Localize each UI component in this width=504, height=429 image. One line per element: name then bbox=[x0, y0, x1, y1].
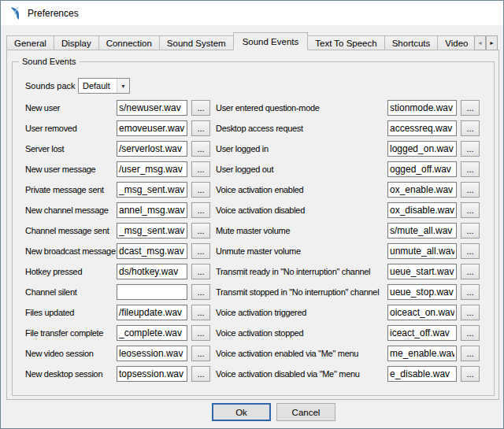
browse-button-voice-activation-triggered[interactable]: ... bbox=[461, 305, 480, 320]
tab-text-to-speech[interactable]: Text To Speech bbox=[307, 35, 384, 50]
browse-button-voice-activation-disabled[interactable]: ... bbox=[461, 202, 480, 218]
browse-button-channel-message-sent[interactable]: ... bbox=[191, 223, 210, 239]
sound-file-input-user-removed[interactable] bbox=[117, 120, 187, 136]
sound-event-row: Transmit stopped in "No interruption" ch… bbox=[216, 282, 484, 302]
titlebar: Preferences bbox=[1, 1, 503, 25]
sounds-pack-value: Default bbox=[83, 81, 110, 91]
sound-file-input-new-user-message[interactable] bbox=[117, 161, 187, 177]
browse-button-user-entered-question-mode[interactable]: ... bbox=[461, 100, 480, 116]
tab-sound-events[interactable]: Sound Events bbox=[233, 32, 309, 50]
sound-file-input-voice-activation-stopped[interactable] bbox=[387, 325, 457, 341]
sound-file-input-new-channel-message[interactable] bbox=[117, 202, 187, 218]
browse-button-user-logged-out[interactable]: ... bbox=[461, 161, 480, 177]
sound-file-input-new-broadcast-message[interactable] bbox=[117, 243, 187, 259]
sounds-pack-label: Sounds pack bbox=[25, 81, 76, 91]
sound-file-input-transmit-ready-in-no-interruption-channel[interactable] bbox=[387, 264, 457, 279]
tab-scroll-buttons: ◄ ► bbox=[474, 35, 498, 50]
browse-button-user-removed[interactable]: ... bbox=[191, 120, 210, 136]
sound-event-label-channel-message-sent: Channel message sent bbox=[25, 226, 117, 235]
sound-file-input-unmute-master-volume[interactable] bbox=[387, 243, 457, 259]
tab-video[interactable]: Video bbox=[437, 35, 474, 50]
browse-button-channel-silent[interactable]: ... bbox=[191, 284, 210, 300]
sound-file-input-voice-activation-disabled[interactable] bbox=[387, 202, 457, 218]
browse-button-new-channel-message[interactable]: ... bbox=[191, 202, 210, 218]
browse-button-files-updated[interactable]: ... bbox=[191, 305, 210, 320]
sound-event-row: File transfer complete... bbox=[25, 323, 210, 343]
sound-event-label-files-updated: Files updated bbox=[25, 308, 117, 317]
browse-button-unmute-master-volume[interactable]: ... bbox=[461, 243, 480, 259]
sound-file-input-voice-activation-triggered[interactable] bbox=[387, 305, 457, 320]
browse-button-desktop-access-request[interactable]: ... bbox=[461, 120, 480, 136]
sound-event-row: User logged out... bbox=[216, 159, 484, 179]
sound-event-row: Channel silent... bbox=[25, 282, 210, 302]
sound-event-label-voice-activation-triggered: Voice activation triggered bbox=[216, 308, 387, 317]
sound-file-input-new-desktop-session[interactable] bbox=[117, 366, 187, 382]
ok-button[interactable]: Ok bbox=[212, 403, 271, 421]
sound-file-input-mute-master-volume[interactable] bbox=[387, 223, 457, 239]
browse-button-voice-activation-enabled[interactable]: ... bbox=[461, 182, 480, 198]
browse-button-file-transfer-complete[interactable]: ... bbox=[191, 325, 210, 341]
browse-button-transmit-stopped-in-no-interruption-channel[interactable]: ... bbox=[461, 284, 480, 300]
sound-event-label-hotkey-pressed: Hotkey pressed bbox=[25, 267, 117, 276]
browse-button-voice-activation-stopped[interactable]: ... bbox=[461, 325, 480, 341]
sound-file-input-channel-message-sent[interactable] bbox=[117, 223, 187, 239]
preferences-window: Preferences GeneralDisplayConnectionSoun… bbox=[0, 0, 504, 429]
triangle-left-icon: ◄ bbox=[477, 40, 483, 46]
browse-button-server-lost[interactable]: ... bbox=[191, 141, 210, 157]
tab-display[interactable]: Display bbox=[54, 35, 99, 50]
tab-general[interactable]: General bbox=[6, 35, 54, 50]
sound-file-input-file-transfer-complete[interactable] bbox=[117, 325, 187, 341]
tab-scroll-left-button[interactable]: ◄ bbox=[474, 35, 486, 50]
teamtalk-logo-icon bbox=[8, 6, 22, 20]
browse-button-new-video-session[interactable]: ... bbox=[191, 346, 210, 361]
sound-file-input-transmit-stopped-in-no-interruption-channel[interactable] bbox=[387, 284, 457, 300]
browse-button-new-broadcast-message[interactable]: ... bbox=[191, 243, 210, 259]
tab-connection[interactable]: Connection bbox=[98, 35, 160, 50]
events-column-right: User entered question-mode...Desktop acc… bbox=[216, 98, 484, 384]
tab-shortcuts[interactable]: Shortcuts bbox=[384, 35, 439, 50]
sound-event-row: New video session... bbox=[25, 343, 210, 364]
groupbox-title: Sound Events bbox=[19, 57, 80, 66]
sound-file-input-new-user[interactable] bbox=[117, 100, 187, 116]
sound-file-input-voice-activation-enabled-via-me-menu[interactable] bbox=[387, 346, 457, 361]
sound-event-row: Voice activation disabled... bbox=[216, 200, 484, 220]
sound-file-input-voice-activation-enabled[interactable] bbox=[387, 182, 457, 198]
sound-file-input-user-logged-out[interactable] bbox=[387, 161, 457, 177]
sound-event-label-voice-activation-enabled: Voice activation enabled bbox=[216, 185, 387, 194]
sound-event-row: New broadcast message... bbox=[25, 241, 210, 261]
sound-event-row: Desktop access request... bbox=[216, 118, 484, 139]
sound-file-input-user-logged-in[interactable] bbox=[387, 141, 457, 157]
browse-button-user-logged-in[interactable]: ... bbox=[461, 141, 480, 157]
sound-event-label-unmute-master-volume: Unmute master volume bbox=[216, 246, 387, 256]
tab-scroll-right-button[interactable]: ► bbox=[486, 35, 498, 50]
cancel-button[interactable]: Cancel bbox=[276, 403, 335, 421]
tab-sound-system[interactable]: Sound System bbox=[159, 35, 234, 50]
sound-event-row: Files updated... bbox=[25, 302, 210, 323]
sound-event-row: User removed... bbox=[25, 118, 210, 139]
browse-button-private-message-sent[interactable]: ... bbox=[191, 182, 210, 198]
sound-event-row: User logged in... bbox=[216, 139, 484, 159]
sound-event-row: Mute master volume... bbox=[216, 220, 484, 241]
sound-event-label-private-message-sent: Private message sent bbox=[25, 185, 117, 194]
sound-file-input-server-lost[interactable] bbox=[117, 141, 187, 157]
browse-button-hotkey-pressed[interactable]: ... bbox=[191, 264, 210, 279]
sound-event-row: New user message... bbox=[25, 159, 210, 179]
browse-button-mute-master-volume[interactable]: ... bbox=[461, 223, 480, 239]
browse-button-transmit-ready-in-no-interruption-channel[interactable]: ... bbox=[461, 264, 480, 279]
sound-event-row: Transmit ready in "No interruption" chan… bbox=[216, 261, 484, 282]
sound-event-row: Voice activation enabled... bbox=[216, 179, 484, 200]
browse-button-new-user[interactable]: ... bbox=[191, 100, 210, 116]
sound-file-input-hotkey-pressed[interactable] bbox=[117, 264, 187, 279]
browse-button-voice-activation-disabled-via-me-menu[interactable]: ... bbox=[461, 366, 480, 382]
browse-button-voice-activation-enabled-via-me-menu[interactable]: ... bbox=[461, 346, 480, 361]
sound-file-input-new-video-session[interactable] bbox=[117, 346, 187, 361]
sound-file-input-private-message-sent[interactable] bbox=[117, 182, 187, 198]
sound-file-input-desktop-access-request[interactable] bbox=[387, 120, 457, 136]
sound-file-input-files-updated[interactable] bbox=[117, 305, 187, 320]
browse-button-new-user-message[interactable]: ... bbox=[191, 161, 210, 177]
browse-button-new-desktop-session[interactable]: ... bbox=[191, 366, 210, 382]
sound-file-input-user-entered-question-mode[interactable] bbox=[387, 100, 457, 116]
sound-file-input-channel-silent[interactable] bbox=[117, 284, 187, 300]
sound-file-input-voice-activation-disabled-via-me-menu[interactable] bbox=[387, 366, 457, 382]
sounds-pack-select[interactable]: Default ▼ bbox=[78, 78, 130, 94]
